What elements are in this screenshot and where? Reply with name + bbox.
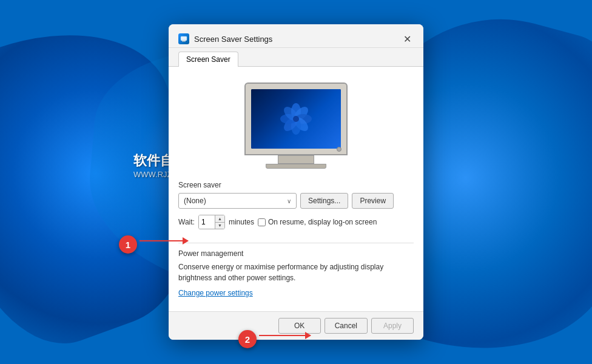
resume-label-text: On resume, display log-on screen xyxy=(268,218,377,226)
monitor-display xyxy=(244,83,348,155)
wait-label: Wait: xyxy=(178,218,195,226)
section-divider xyxy=(178,243,414,243)
spinner-buttons: ▲ ▼ xyxy=(215,215,224,229)
preview-button[interactable]: Preview xyxy=(352,193,394,209)
tab-screen-saver[interactable]: Screen Saver xyxy=(178,52,238,67)
spinner-down-button[interactable]: ▼ xyxy=(215,223,224,229)
dialog-tabs: Screen Saver xyxy=(169,48,423,67)
monitor-stand xyxy=(278,155,314,164)
monitor-screen xyxy=(251,89,341,149)
annotation-1: 1 xyxy=(119,235,137,254)
screensaver-dropdown[interactable]: (None) ∨ xyxy=(178,193,297,209)
monitor-power-button xyxy=(337,147,341,152)
wait-minutes-label: minutes xyxy=(229,218,254,226)
dialog-close-button[interactable]: ✕ xyxy=(398,30,416,47)
annotation-arrow-2 xyxy=(259,335,311,336)
svg-rect-2 xyxy=(182,41,186,42)
monitor-preview xyxy=(178,76,414,181)
screen-saver-dialog: Screen Saver Settings ✕ Screen Saver xyxy=(169,24,423,340)
settings-button[interactable]: Settings... xyxy=(300,193,348,209)
apply-button[interactable]: Apply xyxy=(371,318,414,334)
power-management-title: Power management xyxy=(178,249,414,258)
wait-row: Wait: ▲ ▼ minutes On resume, display log… xyxy=(178,215,414,229)
svg-point-11 xyxy=(293,116,299,122)
resume-checkbox-label[interactable]: On resume, display log-on screen xyxy=(258,218,377,226)
cancel-button[interactable]: Cancel xyxy=(325,318,368,334)
spinner-up-button[interactable]: ▲ xyxy=(215,215,224,223)
power-management-section: Power management Conserve energy or maxi… xyxy=(178,249,414,297)
dialog-overlay: Screen Saver Settings ✕ Screen Saver xyxy=(0,0,592,364)
ok-button[interactable]: OK xyxy=(278,318,321,334)
dialog-title-text: Screen Saver Settings xyxy=(194,35,272,44)
dialog-titlebar: Screen Saver Settings ✕ xyxy=(169,24,423,48)
screen-flower-icon xyxy=(278,101,314,137)
monitor-screen-bg xyxy=(251,89,341,149)
annotation-arrow-1 xyxy=(140,240,188,241)
chevron-down-icon: ∨ xyxy=(287,198,291,204)
change-power-settings-link[interactable]: Change power settings xyxy=(178,289,253,297)
screensaver-controls-row: (None) ∨ Settings... Preview xyxy=(178,193,414,209)
monitor-base xyxy=(266,164,326,169)
dialog-app-icon xyxy=(178,33,189,44)
resume-checkbox[interactable] xyxy=(258,218,266,226)
screensaver-section-label: Screen saver xyxy=(178,181,414,189)
dialog-content: Screen saver (None) ∨ Settings... Previe… xyxy=(169,67,423,311)
dialog-title-left: Screen Saver Settings xyxy=(178,33,272,44)
dropdown-value: (None) xyxy=(184,197,206,205)
desktop: 软件自学网 WWW.RJZXW.COM Screen Saver Setting… xyxy=(0,0,592,364)
annotation-2: 2 xyxy=(238,330,257,348)
annotation-circle-2: 2 xyxy=(238,330,257,348)
power-management-desc: Conserve energy or maximise performance … xyxy=(178,261,414,283)
wait-spinner[interactable]: ▲ ▼ xyxy=(198,215,225,229)
annotation-circle-1: 1 xyxy=(119,235,137,254)
